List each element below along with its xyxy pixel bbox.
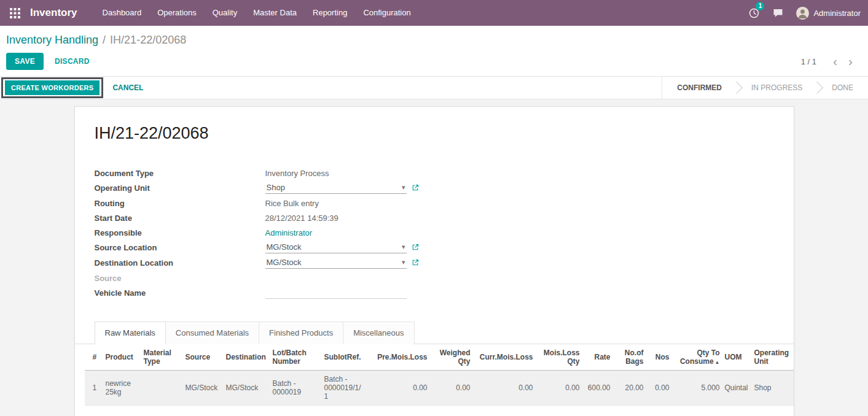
field-vehicle-name: Vehicle Name <box>95 287 774 299</box>
col-operating-unit[interactable]: Operating Unit <box>752 344 794 371</box>
cell-uom: Quintal <box>722 371 752 406</box>
breadcrumb-parent-link[interactable]: Inventory Handling <box>6 34 98 46</box>
navbar-systray: 1 Administrator <box>742 6 862 21</box>
col-qty-to-consume[interactable]: Qty To Consume▲ <box>672 344 722 371</box>
col-no-of-bags[interactable]: No.of Bags <box>613 344 646 371</box>
operating-unit-value: Shop <box>267 183 285 192</box>
cell-curr-mois-loss: 0.00 <box>473 371 536 406</box>
raw-materials-table-wrap: # Product Material Type Source Destinati… <box>85 344 794 406</box>
cell-mois-loss-qty: 0.00 <box>536 371 582 406</box>
menu-configuration[interactable]: Configuration <box>355 0 418 26</box>
form-controls: SAVE DISCARD 1 / 1 ‹ › <box>0 48 868 76</box>
cell-material-type <box>141 371 183 406</box>
caret-down-icon[interactable]: ▾ <box>402 184 405 191</box>
tab-finished-products[interactable]: Finished Products <box>259 322 343 344</box>
user-menu[interactable]: Administrator <box>790 7 862 20</box>
source-label: Source <box>95 272 265 283</box>
menu-quality[interactable]: Quality <box>205 0 245 26</box>
notebook-tabs: Raw Materials Consumed Materials Finishe… <box>75 321 794 344</box>
top-navbar: Inventory Dashboard Operations Quality M… <box>0 0 868 26</box>
destination-location-value: MG/Stock <box>267 258 302 267</box>
document-type-value: Inventory Process <box>265 168 329 178</box>
status-confirmed[interactable]: CONFIRMED <box>662 77 737 99</box>
messages-button[interactable] <box>766 6 790 20</box>
cell-operating-unit: Shop <box>752 371 794 406</box>
col-rate[interactable]: Rate <box>582 344 613 371</box>
col-weighed-qty[interactable]: Weighed Qty <box>430 344 473 371</box>
caret-down-icon[interactable]: ▾ <box>402 244 405 250</box>
status-in-progress[interactable]: IN PROGRESS <box>737 77 817 99</box>
vehicle-name-input[interactable] <box>265 287 407 299</box>
cancel-button[interactable]: CANCEL <box>112 83 143 92</box>
source-location-dropdown[interactable]: MG/Stock ▾ <box>265 242 407 253</box>
sort-asc-icon: ▲ <box>715 360 720 365</box>
breadcrumb: Inventory Handling/IH/21-22/02068 <box>0 26 868 48</box>
vehicle-name-label: Vehicle Name <box>95 287 265 298</box>
col-source[interactable]: Source <box>183 344 224 371</box>
col-nos[interactable]: Nos <box>646 344 672 371</box>
cell-qty-to-consume: 5.000 <box>672 371 722 406</box>
status-done[interactable]: DONE <box>817 77 868 99</box>
col-curr-mois-loss[interactable]: Curr.Mois.Loss <box>473 344 536 371</box>
chat-bubble-icon <box>773 8 783 18</box>
col-uom[interactable]: UOM <box>722 344 752 371</box>
cell-index: 1 <box>85 371 103 406</box>
col-sublot-ref[interactable]: SublotRef. <box>322 344 367 371</box>
content-area: IH/21-22/02068 Document Type Inventory P… <box>0 99 868 416</box>
external-link-icon[interactable] <box>412 182 419 191</box>
operating-unit-label: Operating Unit <box>95 182 265 193</box>
menu-dashboard[interactable]: Dashboard <box>95 0 150 26</box>
cell-product: newrice 25kg <box>103 371 141 406</box>
tab-miscellaneous[interactable]: Miscellaneous <box>343 322 414 344</box>
start-date-label: Start Date <box>95 212 265 223</box>
menu-operations[interactable]: Operations <box>149 0 205 26</box>
cell-no-of-bags: 20.00 <box>613 371 646 406</box>
menu-reporting[interactable]: Reporting <box>305 0 355 26</box>
col-destination[interactable]: Destination <box>224 344 270 371</box>
destination-location-dropdown[interactable]: MG/Stock ▾ <box>265 257 407 269</box>
routing-label: Routing <box>95 198 265 208</box>
start-date-value: 28/12/2021 14:59:39 <box>265 212 338 223</box>
document-title: IH/21-22/02068 <box>95 124 774 143</box>
col-lot-batch-number[interactable]: Lot/Batch Number <box>270 344 322 371</box>
pager-next-icon[interactable]: › <box>843 56 858 67</box>
create-workorders-button[interactable]: CREATE WORKORDERS <box>5 80 100 95</box>
external-link-icon[interactable] <box>412 242 419 250</box>
col-product[interactable]: Product <box>103 344 141 371</box>
caret-down-icon[interactable]: ▾ <box>402 259 405 266</box>
responsible-value-link[interactable]: Administrator <box>265 227 313 237</box>
routing-value: Rice Bulk entry <box>265 198 319 208</box>
tab-consumed-materials[interactable]: Consumed Materials <box>165 322 259 344</box>
col-index[interactable]: # <box>85 344 103 371</box>
field-start-date: Start Date 28/12/2021 14:59:39 <box>95 212 774 223</box>
col-pre-mois-loss[interactable]: Pre.Mois.Loss <box>367 344 430 371</box>
field-operating-unit: Operating Unit Shop ▾ <box>95 182 774 194</box>
source-location-value: MG/Stock <box>267 242 302 252</box>
col-material-type[interactable]: Material Type <box>141 344 183 371</box>
main-menu: Dashboard Operations Quality Master Data… <box>95 0 419 26</box>
app-title[interactable]: Inventory <box>30 7 77 19</box>
cell-weighed-qty: 0.00 <box>430 371 473 406</box>
user-name: Administrator <box>813 9 861 18</box>
field-routing: Routing Rice Bulk entry <box>95 198 774 209</box>
col-mois-loss-qty[interactable]: Mois.Loss Qty <box>536 344 582 371</box>
action-bar: CREATE WORKORDERS CANCEL CONFIRMED IN PR… <box>0 76 868 99</box>
external-link-icon[interactable] <box>412 257 419 266</box>
pager-previous-icon[interactable]: ‹ <box>827 56 843 67</box>
apps-menu-button[interactable] <box>6 6 24 21</box>
activities-button[interactable]: 1 <box>742 6 766 21</box>
menu-master-data[interactable]: Master Data <box>245 0 305 26</box>
tab-raw-materials[interactable]: Raw Materials <box>95 322 166 344</box>
raw-materials-table: # Product Material Type Source Destinati… <box>85 344 794 406</box>
table-row[interactable]: 1 newrice 25kg MG/Stock MG/Stock Batch -… <box>85 371 794 406</box>
form-sheet: IH/21-22/02068 Document Type Inventory P… <box>74 106 794 416</box>
operating-unit-dropdown[interactable]: Shop ▾ <box>265 182 407 194</box>
responsible-label: Responsible <box>95 227 265 237</box>
apps-grid-icon <box>10 8 20 18</box>
discard-button[interactable]: DISCARD <box>55 57 90 66</box>
pager-count: 1 / 1 <box>801 57 816 66</box>
field-document-type: Document Type Inventory Process <box>95 168 774 179</box>
cell-rate: 600.00 <box>582 371 613 406</box>
activity-count-badge: 1 <box>756 2 764 10</box>
save-button[interactable]: SAVE <box>6 53 44 70</box>
